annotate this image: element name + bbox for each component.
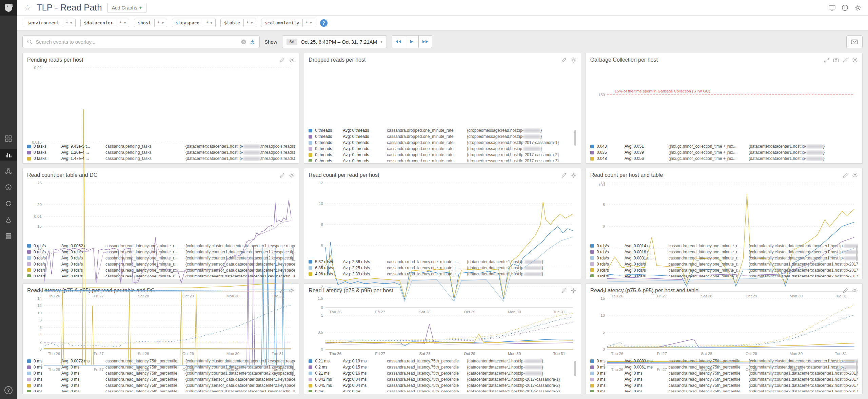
- chart-canvas[interactable]: 14121086420Thu 26Fri 27Sat 28Oct 29Mon 3…: [27, 295, 295, 357]
- variable-table[interactable]: $table*▾: [220, 19, 256, 27]
- clear-icon[interactable]: [241, 39, 246, 45]
- legend-row[interactable]: 0 threadsAvg: 0 threadscassandra.dropped…: [309, 127, 576, 133]
- legend-row[interactable]: 0.2 msAvg: 0.15 mscassandra.read_latency…: [309, 364, 576, 370]
- legend-row[interactable]: 0 msAvg: 0 mscassandra.read_latency.75th…: [309, 388, 576, 392]
- time-range-picker[interactable]: 6d Oct 25, 6:43PM – Oct 31, 7:21AM ▾: [282, 35, 387, 48]
- variable-value[interactable]: *▾: [303, 19, 315, 27]
- legend-row[interactable]: 0.21 msAvg: 0.16 mscassandra.read_latenc…: [309, 370, 576, 376]
- legend-row[interactable]: 0 msAvg: 0.0072 mscassandra.read_latency…: [27, 358, 295, 364]
- legend-row[interactable]: 0 rds/sAvg: 0 rds/scassandra.read_latenc…: [590, 267, 858, 273]
- settings-icon[interactable]: [289, 172, 295, 178]
- step-forward-button[interactable]: [419, 35, 432, 48]
- legend-row[interactable]: 0 rds/sAvg: 0.0031 r...cassandra.read_la…: [590, 255, 858, 261]
- legend-row[interactable]: 0.048Avg: 0.056(jmx.gc.minor_collection_…: [590, 155, 858, 162]
- legend-row[interactable]: 0 rds/sAvg: 0 rds/scassandra.read_latenc…: [27, 273, 295, 277]
- chart-canvas[interactable]: 1086420Thu 26Fri 27Sat 28Oct 29Mon 30Tue…: [590, 180, 858, 300]
- variable-environment[interactable]: $environment*▾: [24, 19, 76, 27]
- legend-row[interactable]: 5.37 rds/sAvg: 2.86 rds/scassandra.read_…: [309, 259, 576, 265]
- settings-icon[interactable]: [289, 57, 295, 63]
- legend-row[interactable]: 0 msAvg: 0 mscassandra.read_latency.75th…: [27, 388, 295, 392]
- legend-row[interactable]: 0 msAvg: 0 mscassandra.read_latency.75th…: [590, 382, 858, 388]
- chart-dropped-reads-per-host[interactable]: Thu 26Fri 27Sat 28Oct 29Mon 30Tue 31: [309, 64, 576, 127]
- legend-row[interactable]: 0 tasksAvg: 1.26e-4 ...cassandra.pending…: [27, 149, 295, 155]
- dashboard-settings-icon[interactable]: [854, 4, 861, 11]
- edit-icon[interactable]: [279, 288, 285, 293]
- legend-row[interactable]: 0 msAvg: 0 mscassandra.read_latency.75th…: [590, 388, 858, 392]
- legend-scrollbar[interactable]: [293, 361, 294, 376]
- legend-row[interactable]: 0 threadsAvg: 0 threadscassandra.dropped…: [309, 133, 576, 140]
- legend-row[interactable]: 0 rds/sAvg: 0 rds/scassandra.read_latenc…: [27, 261, 295, 267]
- legend-row[interactable]: 0 threadsAvg: 0 threadscassandra.dropped…: [309, 140, 576, 146]
- legend-row[interactable]: 0 rds/sAvg: 0 rds/scassandra.read_latenc…: [590, 261, 858, 267]
- legend-row[interactable]: 0 rds/sAvg: 0.0014 r...cassandra.read_la…: [590, 243, 858, 249]
- edit-icon[interactable]: [279, 172, 285, 178]
- legend-row[interactable]: 0 msAvg: 0 mscassandra.read_latency.75th…: [27, 382, 295, 388]
- legend-row[interactable]: 0 tasksAvg: 1.47e-4 ...cassandra.pending…: [27, 155, 295, 162]
- chart-canvas[interactable]: 1.510.50Thu 26Fri 27Sat 28Oct 29Mon 30Tu…: [309, 295, 576, 357]
- variable-value[interactable]: *▾: [155, 19, 167, 27]
- infrastructure-icon[interactable]: [0, 165, 17, 177]
- chart-pending-reads-per-host[interactable]: 0.020.0150.015e-30Thu 26Fri 27Sat 28Oct …: [27, 64, 295, 143]
- legend-row[interactable]: 0 threadsAvg: 0 threadscassandra.dropped…: [309, 158, 576, 162]
- legend-row[interactable]: 0 msAvg: 0 mscassandra.read_latency.75th…: [27, 364, 295, 370]
- add-graphs-button[interactable]: Add Graphs +: [107, 3, 146, 13]
- chart-read-latency-per-host-and-table[interactable]: 151050Thu 26Fri 27Sat 28Oct 29Mon 30Tue …: [590, 295, 858, 357]
- legend-row[interactable]: 0 msAvg: 0 mscassandra.read_latency.75th…: [590, 370, 858, 376]
- variables-help-icon[interactable]: ?: [320, 19, 328, 27]
- legend-row[interactable]: 0 rds/sAvg: 0 rds/scassandra.read_latenc…: [27, 249, 295, 255]
- settings-icon[interactable]: [571, 172, 576, 178]
- edit-icon[interactable]: [843, 57, 848, 63]
- legend-row[interactable]: 4.96 rds/sAvg: 2.39 rds/scassandra.read_…: [309, 271, 576, 277]
- chart-garbage-collection-per-host[interactable]: 150100500Thu 26Fri 27Sat 28Oct 29Mon 30T…: [590, 64, 858, 143]
- settings-icon[interactable]: [571, 57, 576, 63]
- variable-host[interactable]: $host*▾: [134, 19, 167, 27]
- chart-read-latency-per-host[interactable]: 1.510.50Thu 26Fri 27Sat 28Oct 29Mon 30Tu…: [309, 295, 576, 357]
- edit-icon[interactable]: [843, 288, 848, 293]
- search-input[interactable]: [36, 39, 238, 45]
- legend-row[interactable]: 6.86 rds/sAvg: 2.25 rds/scassandra.read_…: [309, 265, 576, 271]
- variable-columnfamily[interactable]: $columnfamily*▾: [261, 19, 315, 27]
- legend-row[interactable]: 0 msAvg: 0 mscassandra.read_latency.75th…: [27, 370, 295, 376]
- settings-icon[interactable]: [289, 288, 295, 293]
- variable-value[interactable]: *▾: [63, 19, 76, 27]
- monitors-icon[interactable]: [0, 182, 17, 193]
- info-icon[interactable]: [842, 4, 848, 11]
- legend-scrollbar[interactable]: [574, 361, 576, 376]
- legend-row[interactable]: 0 threadsAvg: 0 threadscassandra.dropped…: [309, 152, 576, 158]
- expand-icon[interactable]: [824, 57, 829, 63]
- camera-icon[interactable]: [833, 57, 839, 63]
- step-back-button[interactable]: [392, 35, 405, 48]
- variable-keyspace[interactable]: $keyspace*▾: [172, 19, 216, 27]
- legend-row[interactable]: 0 rds/sAvg: 0.0062 r...cassandra.read_la…: [27, 243, 295, 249]
- edit-icon[interactable]: [561, 288, 567, 293]
- legend-row[interactable]: 0 msAvg: 0 mscassandra.read_latency.75th…: [590, 376, 858, 382]
- settings-icon[interactable]: [852, 172, 858, 178]
- legend-row[interactable]: 0.043Avg: 0.051(jmx.gc.minor_collection_…: [590, 143, 858, 149]
- help-icon[interactable]: ?: [4, 386, 13, 394]
- legend-row[interactable]: 0.042 msAvg: 0.04 mscassandra.read_laten…: [309, 376, 576, 382]
- edit-icon[interactable]: [843, 172, 848, 178]
- edit-icon[interactable]: [561, 57, 567, 63]
- edit-icon[interactable]: [279, 57, 285, 63]
- datadog-logo[interactable]: [0, 0, 17, 16]
- variable-value[interactable]: *▾: [203, 19, 216, 27]
- chart-read-latency-per-read-per-table-and-dc[interactable]: 14121086420Thu 26Fri 27Sat 28Oct 29Mon 3…: [27, 295, 295, 357]
- chart-read-count-per-read-per-host[interactable]: 121086420Thu 26Fri 27Sat 28Oct 29Mon 30T…: [309, 180, 576, 258]
- event-download-icon[interactable]: [250, 39, 255, 45]
- legend-row[interactable]: 0.045 msAvg: 0.04 mscassandra.read_laten…: [309, 382, 576, 388]
- legend-row[interactable]: 0 rds/sAvg: 0 rds/scassandra.read_latenc…: [27, 255, 295, 261]
- metrics-icon[interactable]: [0, 149, 17, 161]
- dashboards-icon[interactable]: [0, 133, 17, 144]
- legend-row[interactable]: 0 rds/sAvg: 0 rds/scassandra.read_latenc…: [590, 273, 858, 277]
- notifications-button[interactable]: [846, 35, 863, 48]
- chart-read-count-per-table-and-dc[interactable]: 2520151050Thu 26Fri 27Sat 28Oct 29Mon 30…: [27, 180, 295, 242]
- chart-canvas[interactable]: 151050Thu 26Fri 27Sat 28Oct 29Mon 30Tue …: [590, 295, 858, 357]
- play-button[interactable]: [405, 35, 419, 48]
- star-icon[interactable]: ☆: [24, 4, 31, 12]
- settings-icon[interactable]: [852, 288, 858, 293]
- legend-row[interactable]: 0 tasksAvg: 9.43e-5 t...cassandra.pendin…: [27, 143, 295, 149]
- legend-scrollbar[interactable]: [293, 246, 294, 261]
- settings-icon[interactable]: [571, 288, 576, 293]
- legend-row[interactable]: 0.035Avg: 0.039(jmx.gc.minor_collection_…: [590, 149, 858, 155]
- variable-datacenter[interactable]: $datacenter*▾: [80, 19, 130, 27]
